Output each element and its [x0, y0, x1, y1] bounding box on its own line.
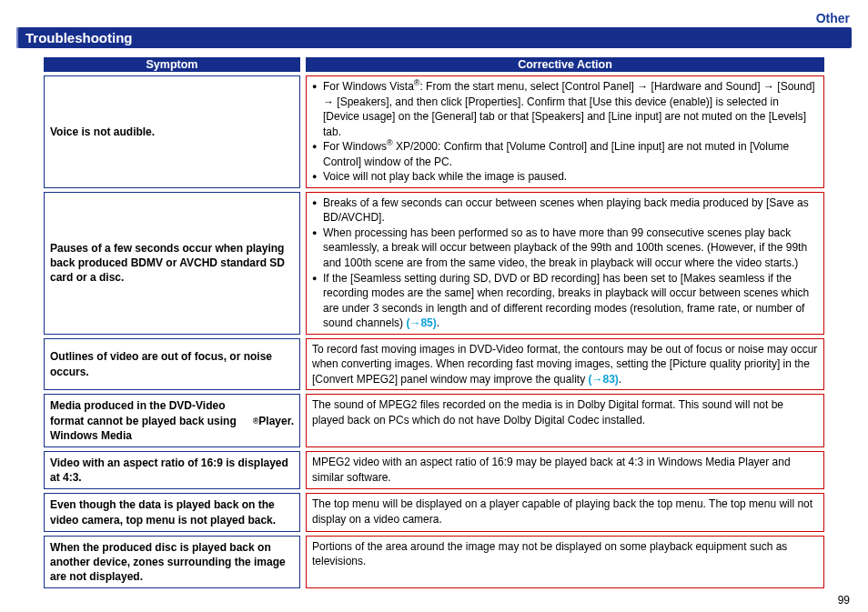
symptom-cell: Voice is not audible. [44, 75, 300, 188]
title-bar: Troubleshooting [16, 27, 852, 48]
table-header-row: Symptom Corrective Action [44, 57, 824, 72]
symptom-cell: Outlines of video are out of focus, or n… [44, 338, 300, 391]
symptom-cell: When the produced disc is played back on… [44, 536, 300, 589]
action-cell: For Windows Vista®: From the start menu,… [306, 75, 824, 188]
page: Other Troubleshooting Symptom Corrective… [0, 0, 868, 612]
table-row: When the produced disc is played back on… [44, 536, 824, 589]
action-cell: Breaks of a few seconds can occur betwee… [306, 192, 824, 335]
action-cell: MPEG2 video with an aspect ratio of 16:9… [306, 451, 824, 489]
action-cell: The sound of MPEG2 files recorded on the… [306, 394, 824, 447]
table-row: Voice is not audible.For Windows Vista®:… [44, 75, 824, 188]
table-row: Outlines of video are out of focus, or n… [44, 338, 824, 391]
symptom-cell: Video with an aspect ratio of 16:9 is di… [44, 451, 300, 489]
table-row: Pauses of a few seconds occur when playi… [44, 192, 824, 335]
table-row: Media produced in the DVD-Video format c… [44, 394, 824, 447]
table-row: Even though the data is played back on t… [44, 493, 824, 531]
symptom-cell: Pauses of a few seconds occur when playi… [44, 192, 300, 335]
page-number: 99 [838, 594, 850, 607]
header-action: Corrective Action [306, 57, 824, 72]
troubleshooting-table: Symptom Corrective Action Voice is not a… [44, 57, 824, 588]
section-label: Other [16, 11, 852, 25]
symptom-cell: Even though the data is played back on t… [44, 493, 300, 531]
symptom-cell: Media produced in the DVD-Video format c… [44, 394, 300, 447]
action-cell: Portions of the area around the image ma… [306, 536, 824, 589]
table-body: Voice is not audible.For Windows Vista®:… [44, 75, 824, 588]
action-cell: The top menu will be displayed on a play… [306, 493, 824, 531]
header-symptom: Symptom [44, 57, 300, 72]
table-row: Video with an aspect ratio of 16:9 is di… [44, 451, 824, 489]
action-cell: To record fast moving images in DVD-Vide… [306, 338, 824, 391]
